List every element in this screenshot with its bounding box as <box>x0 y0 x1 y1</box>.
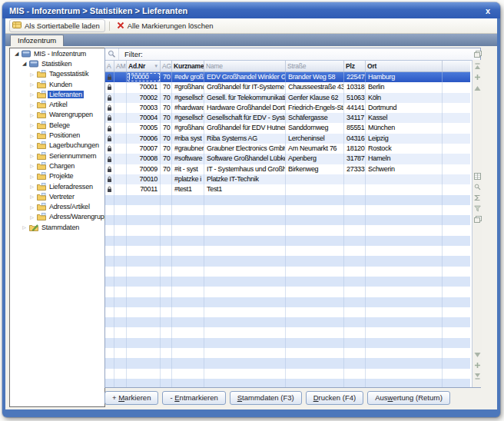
table-row[interactable]: 7000670#riba systRiba Systems AGLercheni… <box>105 134 470 144</box>
tree-item-positionen[interactable]: ▷Positionen <box>10 130 104 140</box>
filter-icon-box[interactable] <box>105 48 119 60</box>
column-header-a[interactable]: A <box>105 61 114 71</box>
expand-arrow-icon[interactable]: ▷ <box>28 184 35 189</box>
expand-arrow-icon[interactable]: ▷ <box>28 204 35 210</box>
load-sort-table-button[interactable]: Als Sortiertabelle laden <box>9 19 105 32</box>
column-header-adnr[interactable]: Ad.Nr▼ <box>127 61 161 71</box>
empty-row <box>105 379 470 387</box>
tree-item-lagerbuchungen[interactable]: ▷Lagerbuchungen <box>10 141 104 151</box>
expand-arrow-icon[interactable]: ▷ <box>28 153 35 158</box>
tree-item-stammdaten[interactable]: ▷Stammdaten <box>10 222 104 232</box>
scroll-to-bottom-icon[interactable] <box>473 372 482 380</box>
empty-row <box>105 256 470 266</box>
column-header-am[interactable]: AM <box>114 61 127 71</box>
expand-arrow-icon[interactable]: ▷ <box>28 143 35 148</box>
tree-item-statistiken[interactable]: ◢Statistiken <box>10 58 104 68</box>
column-header-ort[interactable]: Ort <box>366 61 443 71</box>
expand-arrow-icon[interactable]: ▷ <box>28 194 35 199</box>
lock-icon <box>105 103 114 113</box>
expand-arrow-icon[interactable]: ▷ <box>28 112 35 118</box>
drucken-button[interactable]: Drucken (F4) <box>306 391 363 405</box>
markieren-button[interactable]: + Markieren <box>104 391 158 405</box>
table-row[interactable]: 7000470#gesellschGesellschaft für EDV - … <box>105 113 470 123</box>
stammdaten-button[interactable]: Stammdaten (F3) <box>230 391 302 405</box>
expand-arrow-icon[interactable]: ▷ <box>28 174 35 179</box>
tree-item-label: Chargen <box>48 162 76 170</box>
system-node-icon <box>29 60 38 68</box>
column-header-ag[interactable]: AG <box>161 61 172 71</box>
append-row-icon[interactable] <box>473 361 482 370</box>
tree-item-adress-warengruppen[interactable]: ▷Adress/Warengruppen <box>10 212 104 222</box>
tree-item-label: Lieferanten <box>48 91 84 98</box>
tree-item-kunden[interactable]: ▷Kunden <box>10 79 104 89</box>
clear-marks-label: Alle Markierungen löschen <box>128 22 214 30</box>
close-button[interactable]: x <box>482 6 493 15</box>
empty-row <box>105 225 470 235</box>
expand-arrow-icon[interactable]: ▷ <box>28 133 35 138</box>
tree-item-adress-artikel[interactable]: ▷Adress/Artikel <box>10 201 104 211</box>
scroll-to-top-icon[interactable] <box>473 62 482 71</box>
expand-arrow-icon[interactable]: ▷ <box>28 214 35 220</box>
tree-item-tagesstatistik[interactable]: ▷Tagesstatistik <box>10 69 104 79</box>
column-header-label: Straße <box>287 62 306 70</box>
tree-item-warengruppen[interactable]: ▷Warengruppen <box>10 110 104 120</box>
scroll-down-icon[interactable] <box>473 350 482 359</box>
table-row[interactable]: 70011#test1Test1 <box>105 184 470 194</box>
tree-item-lieferadressen[interactable]: ▷Lieferadressen <box>10 181 104 191</box>
collapse-arrow-icon[interactable]: ◢ <box>21 61 28 67</box>
collapse-arrow-icon[interactable]: ◢ <box>13 51 20 57</box>
table-row[interactable]: 7000270#gesellschGesell. für Telekommuni… <box>105 93 470 103</box>
grid-view-icon[interactable] <box>473 172 482 181</box>
empty-row <box>105 215 470 225</box>
empty-row <box>105 348 470 358</box>
table-row[interactable]: 7000570#großhandeGroßhandel für EDV Hutn… <box>105 123 470 133</box>
sum-icon[interactable] <box>473 194 482 202</box>
column-header-label: AM <box>116 62 125 70</box>
expand-arrow-icon[interactable]: ▷ <box>21 224 28 230</box>
expand-arrow-icon[interactable]: ▷ <box>28 81 35 87</box>
table-row[interactable]: 70010#platzke iPlatzke IT-Technik <box>105 174 470 184</box>
tree-item-chargen[interactable]: ▷Chargen <box>10 161 104 171</box>
tree-item-mis-infozentrum[interactable]: ◢MIS - Infozentrum <box>10 48 104 58</box>
search-icon[interactable] <box>473 183 482 191</box>
auswertung-button[interactable]: Auswertung (Return) <box>367 391 450 405</box>
copy-icon[interactable] <box>473 215 482 224</box>
expand-arrow-icon[interactable]: ▷ <box>28 102 35 108</box>
column-header-label: A <box>107 62 111 70</box>
expand-arrow-icon[interactable]: ▷ <box>28 91 35 97</box>
tree-item-projekte[interactable]: ▷Projekte <box>10 171 104 181</box>
empty-row <box>105 338 470 348</box>
tree-item-lieferanten[interactable]: ▷Lieferanten <box>10 89 104 99</box>
empty-row <box>105 307 470 317</box>
column-header-label: Ort <box>367 62 376 70</box>
tree-item-artikel[interactable]: ▷Artikel <box>10 99 104 109</box>
filter-icon[interactable] <box>473 204 482 213</box>
column-header-name[interactable]: Name <box>204 61 286 71</box>
column-chooser-icon[interactable] <box>473 50 482 58</box>
table-row[interactable]: 7000370#hardwareHardware Großhandel Dort… <box>105 103 470 113</box>
tree-item-belege[interactable]: ▷Belege <box>10 120 104 130</box>
tab-infozentrum[interactable]: Infozentrum <box>10 35 64 46</box>
scroll-up-icon[interactable] <box>473 84 482 92</box>
table-row[interactable]: 7000870#softwareSoftware Großhandel Lübk… <box>105 154 470 164</box>
adnr-edit-cell[interactable]: 70000 <box>127 72 161 82</box>
table-row[interactable]: 7000170#großhandeGroßhandel für IT-Syste… <box>105 82 470 92</box>
expand-arrow-icon[interactable]: ▷ <box>28 122 35 128</box>
folder-icon <box>37 172 46 180</box>
lock-icon <box>105 184 114 194</box>
column-header-strasse[interactable]: Straße <box>286 61 344 71</box>
insert-row-icon[interactable] <box>473 73 482 81</box>
tree-item-label: Stammdaten <box>40 224 81 231</box>
column-header-plz[interactable]: Plz <box>344 61 366 71</box>
expand-arrow-icon[interactable]: ▷ <box>28 163 35 168</box>
table-row[interactable]: 7000070#edv großhEDV Großhandel Winkler … <box>105 72 470 82</box>
tree-item-vertreter[interactable]: ▷Vertreter <box>10 191 104 201</box>
table-row[interactable]: 7000770#graubnerGraubner Electronics Gmb… <box>105 144 470 154</box>
clear-marks-button[interactable]: Alle Markierungen löschen <box>114 20 219 32</box>
entmarkieren-button[interactable]: - Entmarkieren <box>162 391 225 405</box>
tree-item-seriennummern[interactable]: ▷Seriennummern <box>10 151 104 161</box>
column-header-kurzname[interactable]: Kurzname <box>172 61 204 71</box>
expand-arrow-icon[interactable]: ▷ <box>28 71 35 77</box>
tree-item-label: Kunden <box>48 81 74 88</box>
table-row[interactable]: 7000970#it - systIT - Systemhaus und Gro… <box>105 164 470 174</box>
